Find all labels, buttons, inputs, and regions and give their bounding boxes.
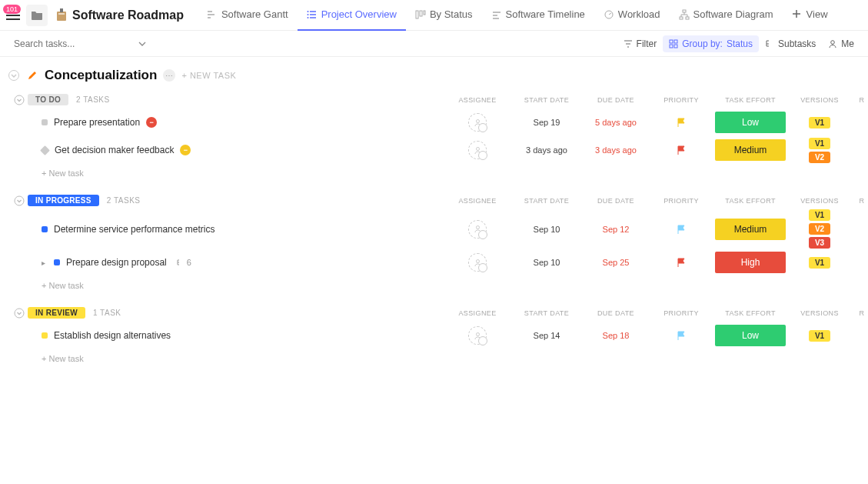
groupby-button[interactable]: Group by: Status — [663, 35, 759, 52]
collapse-group[interactable] — [14, 195, 25, 206]
effort-pill[interactable]: Medium — [715, 219, 786, 240]
search-wrap[interactable] — [8, 38, 138, 50]
tab-label: View — [806, 8, 828, 20]
tab-workload[interactable]: Workload — [594, 0, 670, 31]
collapse-group[interactable] — [14, 308, 25, 319]
hamburger-menu[interactable]: 101 — [6, 11, 20, 20]
col-due: DUE DATE — [581, 96, 650, 104]
due-date[interactable]: Sep 25 — [581, 258, 650, 267]
versions-cell[interactable]: V1V2 — [789, 138, 850, 163]
effort-pill[interactable]: Low — [715, 325, 786, 346]
task-name: Establish design alternatives — [54, 330, 171, 341]
task-row[interactable]: ▸ Establish design alternatives Sep 14 S… — [28, 322, 868, 349]
add-view-button[interactable]: View — [783, 0, 837, 31]
folder-button[interactable] — [26, 5, 48, 26]
svg-rect-17 — [674, 45, 677, 48]
due-date[interactable]: Sep 18 — [581, 331, 650, 340]
columns-header: IN REVIEW 1 TASK ASSIGNEE START DATE DUE… — [28, 305, 868, 322]
me-button[interactable]: Me — [822, 35, 860, 52]
versions-cell[interactable]: V1 — [789, 330, 850, 342]
task-group: IN REVIEW 1 TASK ASSIGNEE START DATE DUE… — [0, 301, 868, 374]
subtasks-button[interactable]: Subtasks — [759, 35, 822, 52]
version-badge[interactable]: V1 — [809, 138, 830, 149]
start-date[interactable]: Sep 14 — [512, 331, 581, 340]
new-task-button[interactable]: + NEW TASK — [181, 71, 236, 80]
priority-flag[interactable] — [676, 330, 687, 341]
info-icon[interactable]: ⋯ — [163, 69, 175, 82]
tab-label: Workload — [618, 8, 660, 20]
tab-timeline[interactable]: Software Timeline — [482, 0, 594, 31]
status-pill[interactable]: IN REVIEW — [28, 307, 85, 319]
groupby-value: Status — [727, 38, 753, 49]
task-row[interactable]: ▸ Prepare design proposal 6 Sep 10 Sep 2… — [28, 249, 868, 276]
task-row[interactable]: ▸ Determine service performance metrics … — [28, 209, 868, 249]
svg-point-24 — [476, 226, 479, 229]
due-date[interactable]: Sep 12 — [581, 225, 650, 234]
tab-label: Software Diagram — [693, 8, 773, 20]
tab-gantt[interactable]: Software Gantt — [198, 0, 298, 31]
collapse-group[interactable] — [14, 95, 25, 105]
person-icon — [828, 39, 837, 48]
version-badge[interactable]: V1 — [809, 209, 830, 221]
task-group: TO DO 2 TASKS ASSIGNEE START DATE DUE DA… — [0, 88, 868, 189]
start-date[interactable]: Sep 10 — [512, 225, 581, 234]
version-badge[interactable]: V1 — [809, 330, 830, 342]
effort-pill[interactable]: Low — [715, 112, 786, 133]
versions-cell[interactable]: V1 — [789, 257, 850, 269]
priority-flag[interactable] — [676, 224, 687, 235]
tab-diagram[interactable]: Software Diagram — [670, 0, 783, 31]
assignee-placeholder[interactable] — [468, 220, 487, 239]
version-badge[interactable]: V2 — [809, 223, 830, 235]
version-badge[interactable]: V1 — [809, 117, 830, 129]
search-input[interactable] — [12, 38, 131, 50]
collapse-section[interactable] — [8, 69, 20, 82]
status-pill[interactable]: TO DO — [28, 94, 68, 105]
svg-rect-6 — [416, 11, 418, 18]
start-date[interactable]: Sep 10 — [512, 258, 581, 267]
assignee-placeholder[interactable] — [468, 253, 487, 272]
tab-overview[interactable]: Project Overview — [298, 0, 406, 31]
due-date[interactable]: 5 days ago — [581, 118, 650, 127]
assignee-placeholder[interactable] — [468, 326, 487, 345]
assignee-placeholder[interactable] — [468, 113, 487, 132]
tab-label: By Status — [430, 8, 473, 20]
svg-rect-7 — [420, 11, 422, 16]
versions-cell[interactable]: V1V2V3 — [789, 209, 850, 249]
chevron-down-icon[interactable] — [138, 40, 146, 48]
priority-flag[interactable] — [676, 257, 687, 268]
version-badge[interactable]: V1 — [809, 257, 830, 269]
task-row[interactable]: ▸ Get decision maker feedback − 3 days a… — [28, 136, 868, 164]
due-date[interactable]: 3 days ago — [581, 145, 650, 155]
start-date[interactable]: Sep 19 — [512, 118, 581, 127]
col-start: START DATE — [512, 309, 581, 317]
priority-flag[interactable] — [676, 145, 687, 155]
version-badge[interactable]: V2 — [809, 152, 830, 163]
col-effort: TASK EFFORT — [712, 96, 789, 104]
subtasks-label: Subtasks — [778, 38, 816, 49]
new-task-row[interactable]: + New task — [28, 349, 868, 366]
effort-pill[interactable]: Medium — [715, 139, 786, 161]
status-pill[interactable]: IN PROGRESS — [28, 195, 99, 206]
task-group: IN PROGRESS 2 TASKS ASSIGNEE START DATE … — [0, 189, 868, 301]
task-row[interactable]: ▸ Prepare presentation − Sep 19 5 days a… — [28, 108, 868, 136]
col-due: DUE DATE — [581, 197, 650, 205]
filter-button[interactable]: Filter — [617, 35, 663, 52]
me-label: Me — [841, 38, 854, 49]
col-priority: PRIORITY — [650, 309, 712, 317]
col-start: START DATE — [512, 96, 581, 104]
start-date[interactable]: 3 days ago — [512, 145, 581, 155]
new-task-row[interactable]: + New task — [28, 164, 868, 181]
assignee-placeholder[interactable] — [468, 141, 487, 159]
svg-rect-15 — [674, 40, 677, 43]
svg-point-21 — [476, 119, 479, 122]
priority-flag[interactable] — [676, 117, 687, 128]
effort-pill[interactable]: High — [715, 252, 786, 273]
tab-label: Software Gantt — [221, 8, 288, 20]
expand-icon[interactable]: ▸ — [42, 259, 48, 267]
tab-bystatus[interactable]: By Status — [406, 0, 482, 31]
version-badge[interactable]: V3 — [809, 237, 830, 249]
board-icon — [55, 8, 68, 22]
new-task-row[interactable]: + New task — [28, 276, 868, 293]
svg-rect-14 — [670, 40, 673, 43]
versions-cell[interactable]: V1 — [789, 117, 850, 129]
